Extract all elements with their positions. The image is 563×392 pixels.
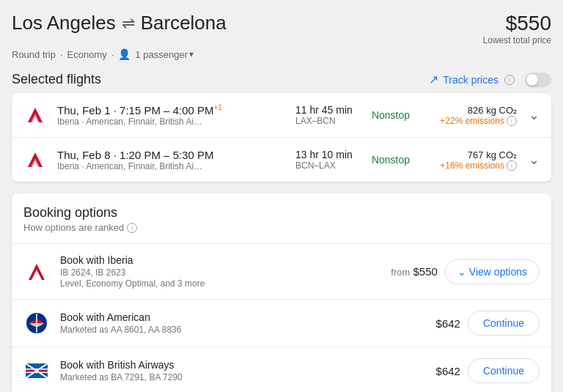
chevron-down-icon: ▾ xyxy=(189,49,194,59)
return-emissions-value: +16% emissions xyxy=(440,160,504,171)
passenger-count: 1 passenger xyxy=(135,49,188,60)
passenger-selector[interactable]: 1 passenger ▾ xyxy=(135,49,194,60)
iberia-price: from $550 xyxy=(391,265,438,278)
outbound-emissions-pct: +22% emissions i xyxy=(420,116,517,126)
track-prices-info-icon[interactable]: i xyxy=(504,75,515,85)
return-stops: Nonstop xyxy=(361,154,420,166)
flight-times-return: Thu, Feb 8 · 1:20 PM – 5:30 PM Iberia · … xyxy=(57,149,288,171)
flight-times-outbound: Thu, Feb 1 · 7:15 PM – 4:00 PM+1 Iberia … xyxy=(57,103,288,127)
iberia-booking-codes: IB 2624, IB 2623 xyxy=(60,267,391,278)
route-arrow: ⇌ xyxy=(122,14,135,33)
cabin-class: Economy xyxy=(67,49,107,60)
flight-expand-icon-1[interactable]: ⌄ xyxy=(529,107,540,123)
track-prices-label: Track prices xyxy=(443,74,498,86)
booking-logo-british xyxy=(23,358,50,384)
return-date: Thu, Feb 8 xyxy=(57,149,111,161)
booking-row-iberia[interactable]: Book with Iberia IB 2624, IB 2623 Level,… xyxy=(12,243,551,299)
destination: Barcelona xyxy=(141,12,227,34)
flight-row-return[interactable]: Thu, Feb 8 · 1:20 PM – 5:30 PM Iberia · … xyxy=(12,138,551,182)
outbound-arrival: 4:00 PM xyxy=(173,104,214,117)
emissions-info-icon-2[interactable]: i xyxy=(507,160,517,171)
trending-up-icon: ↗ xyxy=(429,73,438,86)
route-title: Los Angeles ⇌ Barcelona xyxy=(12,12,227,34)
american-action-label: Continue xyxy=(483,317,524,329)
origin: Los Angeles xyxy=(12,12,116,34)
iberia-logo-svg xyxy=(25,105,45,125)
chevron-down-blue-icon: ⌄ xyxy=(457,266,466,278)
total-price-area: $550 Lowest total price xyxy=(483,12,551,45)
american-airlines-logo xyxy=(26,312,48,334)
track-prices-button[interactable]: ↗ Track prices xyxy=(429,73,498,86)
return-route: BCN–LAX xyxy=(295,160,361,171)
outbound-departure: 7:15 PM xyxy=(119,104,161,117)
outbound-co2: 826 kg CO₂ xyxy=(420,105,517,116)
outbound-date: Thu, Feb 1 xyxy=(57,104,111,117)
booking-info-iberia: Book with Iberia IB 2624, IB 2623 Level,… xyxy=(60,254,391,289)
outbound-duration-area: 11 hr 45 min LAX–BCN xyxy=(288,104,361,126)
track-prices-area: ↗ Track prices i xyxy=(429,73,551,87)
price-label: Lowest total price xyxy=(483,35,551,45)
selected-flights-header: Selected flights ↗ Track prices i xyxy=(12,72,551,87)
return-stops-area: Nonstop xyxy=(361,154,420,166)
iberia-logo-svg-2 xyxy=(25,149,45,170)
iberia-price-area: from $550 ⌄ View options xyxy=(391,259,540,284)
british-price: $642 xyxy=(436,365,460,377)
outbound-offset: +1 xyxy=(214,103,222,111)
british-price-area: $642 Continue xyxy=(436,358,540,383)
return-co2: 767 kg CO₂ xyxy=(420,149,517,160)
iberia-from-text: from xyxy=(391,267,410,278)
ranking-label: How options are ranked xyxy=(23,222,124,233)
track-prices-toggle[interactable] xyxy=(525,73,551,87)
booking-info-american: Book with American Marketed as AA 8601, … xyxy=(60,311,436,336)
outbound-emissions-value: +22% emissions xyxy=(440,116,504,126)
svg-marker-1 xyxy=(28,111,43,122)
return-duration: 13 hr 10 min xyxy=(295,149,361,160)
flight-expand-icon-2[interactable]: ⌄ xyxy=(529,152,540,168)
iberia-action-label: View options xyxy=(469,266,527,278)
outbound-route: LAX–BCN xyxy=(295,116,361,126)
return-arrival: 5:30 PM xyxy=(173,149,214,161)
british-action-label: Continue xyxy=(483,365,524,377)
separator-dot-2: · xyxy=(111,49,114,60)
iberia-view-options-button[interactable]: ⌄ View options xyxy=(445,259,540,284)
booking-section-header: Booking options How options are ranked i xyxy=(12,193,551,243)
outbound-stops-area: Nonstop xyxy=(361,109,420,121)
svg-marker-4 xyxy=(29,264,45,280)
return-times: Thu, Feb 8 · 1:20 PM – 5:30 PM xyxy=(57,149,288,161)
flights-card: Thu, Feb 1 · 7:15 PM – 4:00 PM+1 Iberia … xyxy=(12,93,551,182)
booking-logo-american xyxy=(23,310,50,336)
booking-logo-iberia xyxy=(23,259,50,285)
selected-flights-title: Selected flights xyxy=(12,72,101,87)
booking-title: Booking options xyxy=(23,205,540,221)
british-continue-button[interactable]: Continue xyxy=(468,358,540,383)
flight-row-outbound[interactable]: Thu, Feb 1 · 7:15 PM – 4:00 PM+1 Iberia … xyxy=(12,93,551,138)
iberia-booking-details: Level, Economy Optimal, and 3 more xyxy=(60,278,391,289)
separator-dot-1: · xyxy=(60,49,63,60)
svg-marker-3 xyxy=(28,155,43,167)
outbound-stops: Nonstop xyxy=(361,109,420,121)
booking-row-british[interactable]: Book with British Airways Marketed as BA… xyxy=(12,347,551,392)
emissions-info-icon-1[interactable]: i xyxy=(507,116,517,126)
outbound-times: Thu, Feb 1 · 7:15 PM – 4:00 PM+1 xyxy=(57,103,288,117)
american-booking-name: Book with American xyxy=(60,311,436,323)
american-continue-button[interactable]: Continue xyxy=(468,311,540,336)
american-booking-codes: Marketed as AA 8601, AA 8836 xyxy=(60,325,436,335)
booking-options-section: Booking options How options are ranked i… xyxy=(12,193,551,392)
return-emissions-pct: +16% emissions i xyxy=(420,160,517,171)
british-booking-codes: Marketed as BA 7291, BA 7290 xyxy=(60,372,436,382)
british-airways-logo xyxy=(26,363,48,378)
ranking-info-icon[interactable]: i xyxy=(127,223,137,233)
page-header: Los Angeles ⇌ Barcelona $550 Lowest tota… xyxy=(12,12,551,45)
american-price: $642 xyxy=(436,317,460,330)
outbound-duration: 11 hr 45 min xyxy=(295,104,361,116)
trip-info: Round trip · Economy · 👤 1 passenger ▾ xyxy=(12,48,551,60)
american-price-area: $642 Continue xyxy=(436,311,540,336)
return-emissions-area: 767 kg CO₂ +16% emissions i xyxy=(420,149,523,171)
british-booking-name: Book with British Airways xyxy=(60,359,436,371)
total-price: $550 xyxy=(483,12,551,35)
outbound-airlines: Iberia · American, Finnair, British Airw… xyxy=(57,117,204,127)
return-duration-area: 13 hr 10 min BCN–LAX xyxy=(288,149,361,171)
booking-info-british: Book with British Airways Marketed as BA… xyxy=(60,359,436,383)
outbound-emissions-area: 826 kg CO₂ +22% emissions i xyxy=(420,105,523,126)
booking-row-american[interactable]: Book with American Marketed as AA 8601, … xyxy=(12,299,551,347)
